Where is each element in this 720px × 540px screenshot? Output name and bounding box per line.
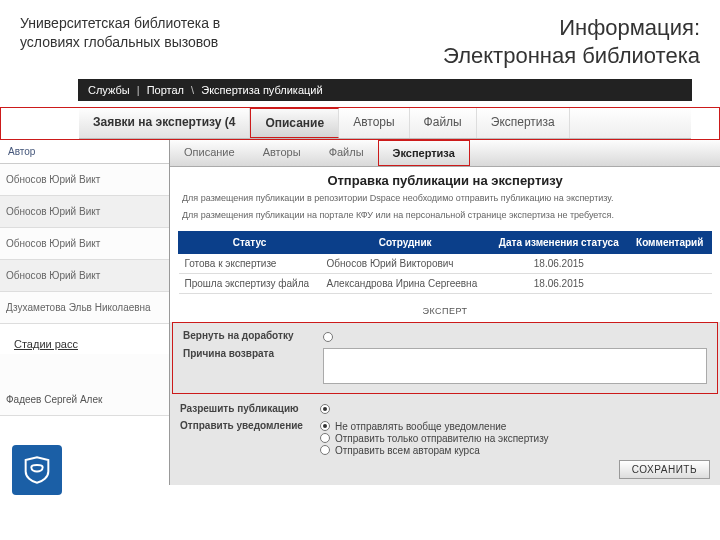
notify-opt3-label: Отправить всем авторам курса — [335, 444, 480, 455]
col-date: Дата изменения статуса — [490, 232, 628, 254]
breadcrumb: Службы | Портал \ Экспертиза публикаций — [78, 79, 692, 101]
return-radio[interactable] — [323, 332, 333, 342]
tab-expertise[interactable]: Экспертиза — [379, 141, 469, 165]
col-employee: Сотрудник — [321, 232, 490, 254]
list-item[interactable]: Дзухаметова Эльв Николаевна — [0, 292, 169, 324]
author-list-header: Автор — [0, 140, 169, 164]
breadcrumb-separator: \ — [187, 84, 198, 96]
allow-label: Разрешить публикацию — [180, 403, 320, 414]
tab-description[interactable]: Описание — [250, 108, 339, 138]
col-comment: Комментарий — [628, 232, 712, 254]
breadcrumb-item[interactable]: Экспертиза публикаций — [201, 84, 322, 96]
tab-requests[interactable]: Заявки на экспертизу (4 — [79, 108, 250, 138]
university-logo-icon — [12, 445, 62, 495]
table-row: Прошла экспертизу файла Александрова Ири… — [179, 274, 712, 294]
notify-opt1-radio[interactable] — [320, 421, 330, 431]
header-subtitle: Университетская библиотека в условиях гл… — [20, 14, 270, 69]
status-table: Статус Сотрудник Дата изменения статуса … — [178, 231, 712, 294]
section-subtitle: Для размещения публикации на портале КФУ… — [170, 207, 720, 224]
page-header: Университетская библиотека в условиях гл… — [0, 0, 720, 79]
notify-opt2-radio[interactable] — [320, 433, 330, 443]
col-status: Статус — [179, 232, 321, 254]
notify-label: Отправить уведомление — [180, 420, 320, 431]
breadcrumb-item[interactable]: Службы — [88, 84, 130, 96]
tab-authors[interactable]: Авторы — [249, 140, 315, 166]
list-item[interactable]: Обносов Юрий Викт — [0, 228, 169, 260]
list-item[interactable]: Обносов Юрий Викт — [0, 164, 169, 196]
tab-authors[interactable]: Авторы — [339, 108, 409, 138]
detail-panel: Описание Авторы Файлы Экспертиза Отправк… — [170, 140, 720, 485]
breadcrumb-item[interactable]: Портал — [147, 84, 184, 96]
notify-opt3-radio[interactable] — [320, 445, 330, 455]
tab-files[interactable]: Файлы — [410, 108, 477, 138]
reason-label: Причина возврата — [183, 348, 323, 359]
stage-caption: Стадии расс — [6, 334, 86, 354]
notify-opt1-label: Не отправлять вообще уведомление — [335, 421, 506, 432]
author-list-panel: Автор Обносов Юрий Викт Обносов Юрий Вик… — [0, 140, 170, 485]
notify-opt2-label: Отправить только отправителю на эксперти… — [335, 433, 549, 444]
allow-radio[interactable] — [320, 404, 330, 414]
list-item[interactable]: Обносов Юрий Викт — [0, 260, 169, 292]
breadcrumb-separator: | — [133, 84, 144, 96]
tab-description[interactable]: Описание — [170, 140, 249, 166]
section-subtitle: Для размещения публикации в репозитории … — [170, 190, 720, 207]
tab-expertise[interactable]: Экспертиза — [477, 108, 570, 138]
return-label: Вернуть на доработку — [183, 330, 323, 341]
tabs-outer: Заявки на экспертизу (4 Описание Авторы … — [0, 107, 720, 140]
section-title: Отправка публикации на экспертизу — [170, 167, 720, 190]
list-item[interactable]: Обносов Юрий Викт — [0, 196, 169, 228]
table-row: Готова к экспертизе Обносов Юрий Викторо… — [179, 254, 712, 274]
expert-label: ЭКСПЕРТ — [170, 302, 720, 318]
reason-textarea[interactable] — [323, 348, 707, 384]
header-title: Информация: Электронная библиотека — [270, 14, 700, 69]
tabs-inner: Описание Авторы Файлы Экспертиза — [170, 140, 720, 167]
save-button[interactable]: СОХРАНИТЬ — [619, 460, 710, 479]
list-item[interactable]: Фадеев Сергей Алек — [0, 354, 169, 416]
tab-files[interactable]: Файлы — [315, 140, 378, 166]
